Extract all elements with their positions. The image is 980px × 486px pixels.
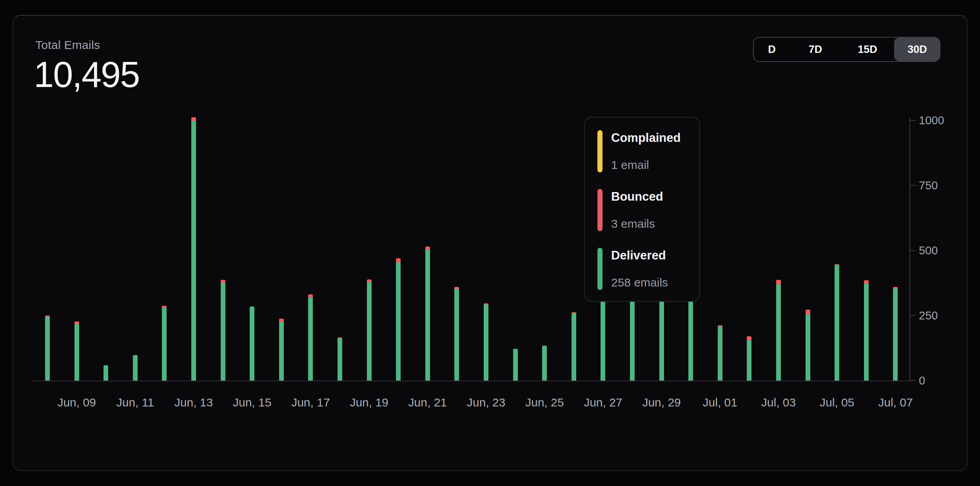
delivered-segment bbox=[162, 308, 167, 381]
y-axis-tick bbox=[909, 315, 916, 316]
bounced-segment bbox=[806, 310, 810, 314]
tooltip-series-value: 1 email bbox=[611, 158, 681, 172]
tooltip-series-label: Complained bbox=[611, 131, 681, 145]
delivered-segment bbox=[776, 285, 781, 381]
x-axis-label: Jun, 09 bbox=[57, 396, 96, 409]
tooltip-series-label: Bounced bbox=[611, 190, 663, 204]
bar-jun-23[interactable] bbox=[484, 303, 488, 381]
bounced-segment bbox=[279, 319, 284, 322]
bounced-color-mark bbox=[597, 189, 603, 231]
bar-jul-04[interactable] bbox=[806, 310, 810, 381]
x-axis-label: Jun, 21 bbox=[408, 396, 447, 409]
bar-jun-30[interactable] bbox=[688, 300, 693, 381]
bar-jun-24[interactable] bbox=[513, 349, 518, 381]
total-emails-card: Total Emails 10,495 D7D15D30D 0250500750… bbox=[13, 15, 967, 471]
y-axis-tick bbox=[909, 380, 916, 381]
x-axis-label: Jul, 07 bbox=[878, 396, 913, 409]
x-axis-label: Jun, 17 bbox=[291, 396, 330, 409]
bar-jun-10[interactable] bbox=[103, 365, 108, 381]
bar-jun-11[interactable] bbox=[133, 355, 138, 381]
x-axis-label: Jul, 01 bbox=[703, 396, 737, 409]
bar-jun-28[interactable] bbox=[630, 300, 635, 381]
delivered-segment bbox=[454, 289, 459, 381]
delivered-segment bbox=[308, 297, 313, 381]
bar-jun-12[interactable] bbox=[162, 306, 167, 381]
chart-tooltip: Complained1 emailBounced3 emailsDelivere… bbox=[584, 117, 700, 302]
y-axis-tick-label: 250 bbox=[919, 309, 938, 322]
delivered-segment bbox=[250, 306, 254, 381]
bar-jun-14[interactable] bbox=[221, 280, 225, 381]
bounced-segment bbox=[191, 117, 196, 121]
x-axis-label: Jun, 13 bbox=[174, 396, 213, 409]
y-axis-tick-label: 1000 bbox=[919, 114, 944, 127]
delivered-segment bbox=[221, 283, 225, 381]
bar-jun-15[interactable] bbox=[250, 306, 254, 381]
delivered-segment bbox=[718, 327, 722, 381]
x-axis-line bbox=[31, 381, 910, 381]
y-axis-tick bbox=[909, 185, 916, 186]
bar-jun-21[interactable] bbox=[425, 247, 430, 381]
delivered-segment bbox=[133, 355, 138, 381]
tooltip-series-value: 258 emails bbox=[611, 276, 668, 290]
x-axis-label: Jun, 25 bbox=[525, 396, 564, 409]
delivered-segment bbox=[893, 288, 898, 381]
delivered-segment bbox=[688, 302, 693, 381]
bar-jul-03[interactable] bbox=[776, 280, 781, 381]
bar-jun-25[interactable] bbox=[542, 346, 547, 381]
bounced-segment bbox=[367, 279, 372, 282]
delivered-segment bbox=[279, 322, 284, 381]
y-axis-tick bbox=[909, 120, 916, 121]
x-axis-label: Jun, 23 bbox=[467, 396, 505, 409]
bar-jun-09[interactable] bbox=[74, 321, 79, 381]
bar-jun-26[interactable] bbox=[572, 312, 576, 381]
delivered-segment bbox=[864, 284, 869, 381]
x-axis-label: Jun, 29 bbox=[642, 396, 681, 409]
bounced-segment bbox=[74, 321, 79, 324]
y-axis-tick-label: 750 bbox=[919, 179, 938, 192]
delivered-segment bbox=[74, 324, 79, 381]
delivered-segment bbox=[806, 314, 810, 381]
bar-jun-08[interactable] bbox=[45, 316, 50, 381]
bar-jun-13[interactable] bbox=[191, 117, 196, 381]
x-axis-label: Jul, 05 bbox=[820, 396, 854, 409]
delivered-segment bbox=[396, 263, 401, 381]
bar-jun-27[interactable] bbox=[601, 299, 605, 381]
tooltip-row-bounced: Bounced3 emails bbox=[597, 189, 688, 231]
delivered-segment bbox=[45, 317, 50, 381]
bar-jul-05[interactable] bbox=[835, 264, 839, 381]
bar-jul-01[interactable] bbox=[718, 325, 722, 381]
bar-jun-22[interactable] bbox=[454, 287, 459, 381]
tooltip-series-label: Delivered bbox=[611, 248, 668, 263]
delivered-segment bbox=[542, 346, 547, 381]
delivered-segment bbox=[425, 250, 430, 381]
bounced-segment bbox=[864, 280, 869, 284]
delivered-color-mark bbox=[597, 248, 603, 290]
x-axis-label: Jun, 19 bbox=[350, 396, 388, 409]
bar-jun-20[interactable] bbox=[396, 258, 401, 381]
bounced-segment bbox=[221, 280, 225, 283]
bar-jul-06[interactable] bbox=[864, 280, 869, 381]
dashboard-background: Total Emails 10,495 D7D15D30D 0250500750… bbox=[0, 0, 980, 486]
bar-jun-17[interactable] bbox=[308, 294, 313, 381]
bar-jun-18[interactable] bbox=[338, 337, 342, 381]
bounced-segment bbox=[308, 294, 313, 297]
delivered-segment bbox=[630, 301, 635, 381]
bar-jun-16[interactable] bbox=[279, 319, 284, 381]
delivered-segment bbox=[747, 341, 751, 381]
delivered-segment bbox=[835, 265, 839, 381]
y-axis-tick-label: 500 bbox=[919, 244, 938, 257]
bar-jul-07[interactable] bbox=[893, 287, 898, 381]
delivered-segment bbox=[103, 365, 108, 381]
bar-jun-29[interactable] bbox=[659, 296, 664, 381]
delivered-segment bbox=[191, 121, 196, 381]
bounced-segment bbox=[425, 247, 430, 250]
x-axis-label: Jun, 15 bbox=[233, 396, 271, 409]
y-axis-tick-label: 0 bbox=[919, 374, 925, 387]
tooltip-row-complained: Complained1 email bbox=[597, 130, 688, 172]
bar-jul-02[interactable] bbox=[747, 336, 751, 381]
bar-jun-19[interactable] bbox=[367, 279, 372, 381]
tooltip-row-delivered: Delivered258 emails bbox=[597, 248, 688, 290]
delivered-segment bbox=[338, 338, 342, 381]
emails-bar-chart: 02505007501000Jun, 09Jun, 11Jun, 13Jun, … bbox=[13, 16, 968, 472]
x-axis-label: Jun, 11 bbox=[116, 396, 154, 409]
